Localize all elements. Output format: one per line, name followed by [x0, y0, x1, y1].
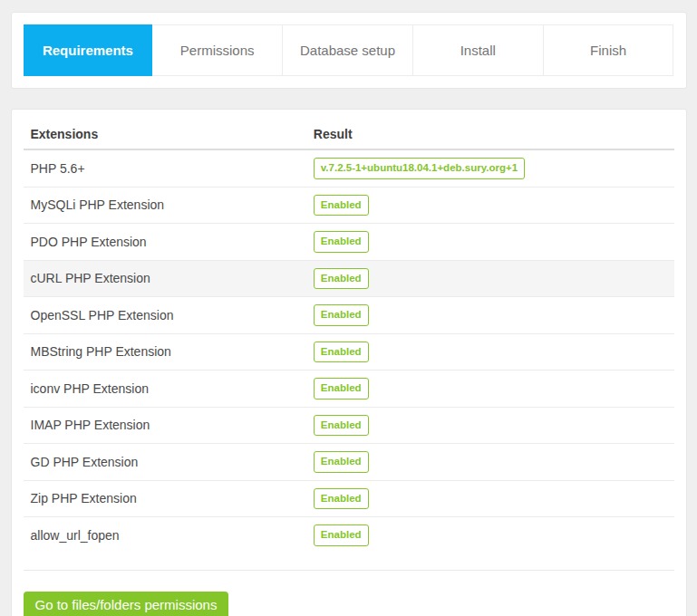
extension-name: PHP 5.6+ [24, 149, 306, 187]
tab-database-setup[interactable]: Database setup [282, 24, 413, 76]
extension-name: MBString PHP Extension [24, 333, 306, 371]
result-badge: Enabled [314, 488, 369, 510]
tab-label: Requirements [43, 43, 133, 58]
extension-name: iconv PHP Extension [24, 371, 306, 408]
result-badge: Enabled [314, 378, 369, 399]
tab-label: Install [460, 43, 496, 58]
table-row: PHP 5.6+ v.7.2.5-1+ubuntu18.04.1+deb.sur… [24, 149, 674, 187]
table-row: OpenSSL PHP Extension Enabled [24, 297, 674, 334]
table-row: allow_url_fopen Enabled [24, 517, 674, 553]
tab-requirements[interactable]: Requirements [24, 24, 153, 76]
extension-name: allow_url_fopen [24, 517, 306, 553]
col-header-extensions: Extensions [24, 123, 306, 149]
tab-permissions[interactable]: Permissions [151, 24, 283, 76]
requirements-table: Extensions Result PHP 5.6+ v.7.2.5-1+ubu… [24, 123, 674, 553]
table-row: Zip PHP Extension Enabled [24, 480, 674, 517]
wizard-tabbar: Requirements Permissions Database setup … [24, 24, 674, 76]
result-badge: Enabled [314, 195, 369, 217]
extension-name: GD PHP Extension [24, 444, 306, 481]
result-badge: Enabled [314, 451, 369, 473]
table-row: iconv PHP Extension Enabled [24, 371, 674, 408]
tab-label: Finish [590, 43, 626, 58]
result-badge: Enabled [314, 415, 369, 437]
result-badge: v.7.2.5-1+ubuntu18.04.1+deb.sury.org+1 [314, 158, 525, 179]
tab-label: Permissions [180, 43, 255, 58]
extension-name: MySQLi PHP Extension [24, 187, 306, 224]
extension-name: IMAP PHP Extension [24, 407, 306, 444]
tab-label: Database setup [300, 43, 395, 58]
table-row: cURL PHP Extension Enabled [24, 260, 674, 297]
extension-name: PDO PHP Extension [24, 224, 306, 261]
requirements-panel: Extensions Result PHP 5.6+ v.7.2.5-1+ubu… [11, 109, 687, 616]
table-row: GD PHP Extension Enabled [24, 444, 674, 481]
installer-page: Requirements Permissions Database setup … [11, 12, 687, 616]
extension-name: Zip PHP Extension [24, 480, 306, 517]
table-row: IMAP PHP Extension Enabled [24, 407, 674, 444]
result-badge: Enabled [314, 304, 369, 326]
divider [24, 570, 674, 571]
result-badge: Enabled [314, 342, 369, 363]
table-row: MBString PHP Extension Enabled [24, 333, 674, 371]
go-to-permissions-button[interactable]: Go to files/folders permissions [24, 592, 229, 616]
extension-name: cURL PHP Extension [24, 260, 306, 297]
table-row: PDO PHP Extension Enabled [24, 224, 674, 261]
result-badge: Enabled [314, 268, 369, 290]
result-badge: Enabled [314, 231, 369, 253]
col-header-result: Result [306, 123, 674, 149]
table-row: MySQLi PHP Extension Enabled [24, 187, 674, 224]
wizard-steps-card: Requirements Permissions Database setup … [11, 12, 687, 89]
tab-install[interactable]: Install [412, 24, 544, 76]
result-badge: Enabled [314, 525, 369, 546]
table-header-row: Extensions Result [24, 123, 674, 149]
tab-finish[interactable]: Finish [543, 24, 674, 76]
extension-name: OpenSSL PHP Extension [24, 297, 306, 334]
